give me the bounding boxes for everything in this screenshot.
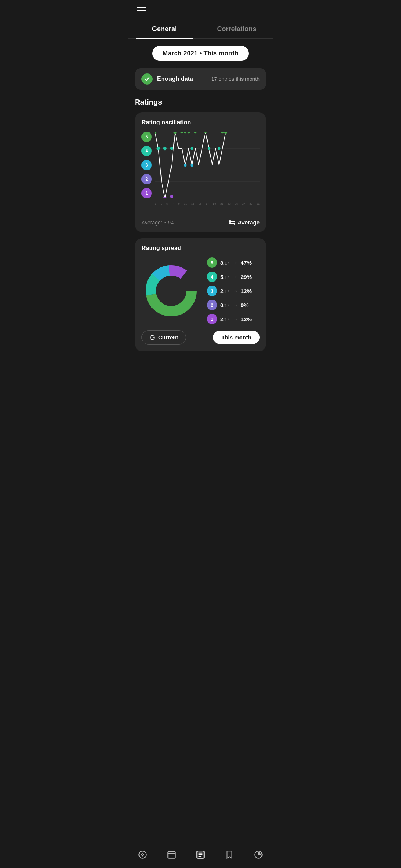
svg-point-21	[190, 164, 193, 167]
hamburger-menu[interactable]	[136, 6, 147, 15]
svg-point-15	[163, 147, 167, 151]
y-label-1: 1	[141, 188, 152, 198]
svg-point-11	[204, 132, 207, 133]
svg-point-7	[180, 132, 183, 133]
svg-point-8	[184, 132, 186, 133]
svg-point-5	[155, 132, 157, 134]
oscillation-chart: 1 2 3 4 5	[141, 132, 260, 206]
svg-point-20	[184, 164, 186, 167]
oscillation-title: Rating oscillation	[141, 119, 260, 126]
svg-point-16	[170, 147, 173, 150]
rating-oscillation-card: Rating oscillation 1 2 3 4 5	[135, 112, 266, 232]
spread-legend: 5 8/17 → 47% 4 5/17 → 29% 3 2/17 → 12%	[207, 257, 260, 324]
svg-point-17	[190, 147, 193, 150]
y-label-3: 3	[141, 160, 152, 170]
y-axis-labels: 1 2 3 4 5	[141, 132, 153, 198]
tab-correlations[interactable]: Correlations	[200, 21, 273, 38]
enough-data-label: Enough data	[157, 76, 193, 82]
date-pill-label: March 2021 • This month	[152, 46, 249, 61]
check-icon	[141, 73, 153, 85]
average-button[interactable]: Average	[229, 219, 260, 226]
svg-point-13	[224, 132, 227, 134]
chart-footer: Average: 3.94 Average	[141, 219, 260, 226]
svg-point-12	[221, 132, 224, 133]
ratings-title: Ratings	[135, 98, 162, 106]
spread-actions: Current This month	[141, 330, 260, 345]
y-label-4: 4	[141, 146, 152, 156]
svg-point-23	[170, 195, 173, 198]
svg-point-22	[163, 197, 167, 198]
svg-point-19	[218, 147, 220, 150]
average-value: Average: 3.94	[141, 220, 174, 226]
entries-count: 17 entries this month	[211, 76, 260, 82]
tab-general[interactable]: General	[128, 21, 200, 38]
tabs-container: General Correlations	[128, 21, 273, 39]
badge-5: 5	[207, 257, 217, 268]
chart-svg-area: 1 3 5 7 9 11 13 15 17 19 21 23 25 27 29 …	[155, 132, 260, 198]
svg-point-14	[157, 147, 160, 151]
legend-row-1: 1 2/17 → 12%	[207, 314, 260, 324]
spread-title: Rating spread	[141, 245, 260, 251]
rating-spread-card: Rating spread 5	[135, 238, 266, 351]
legend-row-3: 3 2/17 → 12%	[207, 286, 260, 296]
donut-chart	[141, 261, 201, 320]
badge-4: 4	[207, 272, 217, 282]
svg-point-18	[208, 147, 210, 150]
badge-2: 2	[207, 300, 217, 310]
section-divider	[166, 102, 266, 102]
y-label-2: 2	[141, 174, 152, 184]
svg-point-28	[156, 276, 186, 306]
svg-point-10	[194, 132, 197, 133]
main-content: Enough data 17 entries this month Rating…	[128, 68, 273, 391]
badge-3: 3	[207, 286, 217, 296]
svg-point-9	[187, 132, 190, 133]
y-label-5: 5	[141, 132, 152, 142]
data-status-badge: Enough data 17 entries this month	[135, 68, 266, 90]
current-button[interactable]: Current	[141, 330, 186, 345]
spread-content: 5 8/17 → 47% 4 5/17 → 29% 3 2/17 → 12%	[141, 257, 260, 324]
badge-1: 1	[207, 314, 217, 324]
date-filter[interactable]: March 2021 • This month	[128, 46, 273, 61]
svg-point-6	[173, 132, 177, 134]
thismonth-button[interactable]: This month	[213, 331, 260, 344]
legend-row-4: 4 5/17 → 29%	[207, 272, 260, 282]
legend-row-2: 2 0/17 → 0%	[207, 300, 260, 310]
x-axis: 1 3 5 7 9 11 13 15 17 19 21 23 25 27 29 …	[155, 203, 260, 205]
ratings-section-header: Ratings	[135, 98, 266, 106]
legend-row-5: 5 8/17 → 47%	[207, 257, 260, 268]
header	[128, 0, 273, 15]
